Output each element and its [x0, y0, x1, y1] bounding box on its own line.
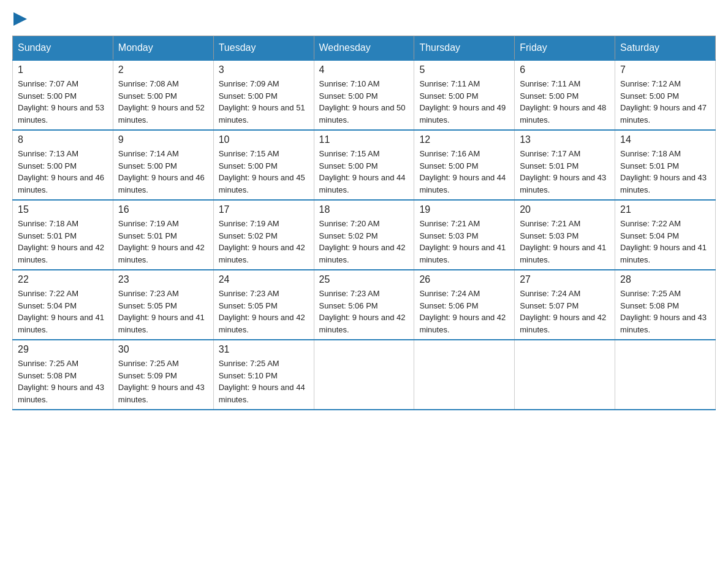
sunrise-label: Sunrise: 7:13 AM — [18, 149, 78, 158]
sunset-label: Sunset: 5:10 PM — [219, 371, 278, 380]
sunset-label: Sunset: 5:04 PM — [620, 231, 679, 240]
daylight-label: Daylight: 9 hours and 46 minutes. — [18, 173, 104, 194]
sunset-label: Sunset: 5:00 PM — [118, 91, 177, 101]
daylight-label: Daylight: 9 hours and 42 minutes. — [319, 313, 406, 334]
daylight-label: Daylight: 9 hours and 42 minutes. — [419, 313, 506, 334]
day-number: 5 — [419, 64, 509, 75]
day-info: Sunrise: 7:21 AM Sunset: 5:03 PM Dayligh… — [520, 218, 610, 266]
sunrise-label: Sunrise: 7:25 AM — [18, 359, 78, 368]
sunset-label: Sunset: 5:00 PM — [219, 91, 278, 101]
sunrise-label: Sunrise: 7:23 AM — [319, 289, 380, 298]
sunset-label: Sunset: 5:07 PM — [520, 301, 578, 310]
calendar-cell: 19 Sunrise: 7:21 AM Sunset: 5:03 PM Dayl… — [414, 200, 515, 270]
calendar-cell: 29 Sunrise: 7:25 AM Sunset: 5:08 PM Dayl… — [13, 340, 113, 410]
sunset-label: Sunset: 5:00 PM — [520, 91, 578, 101]
calendar-cell: 7 Sunrise: 7:12 AM Sunset: 5:00 PM Dayli… — [615, 60, 716, 130]
calendar-cell: 13 Sunrise: 7:17 AM Sunset: 5:01 PM Dayl… — [515, 130, 615, 200]
day-number: 22 — [18, 274, 108, 285]
daylight-label: Daylight: 9 hours and 43 minutes. — [620, 313, 707, 334]
sunset-label: Sunset: 5:02 PM — [219, 231, 278, 240]
calendar-cell: 23 Sunrise: 7:23 AM Sunset: 5:05 PM Dayl… — [113, 270, 213, 340]
day-number: 10 — [219, 134, 309, 145]
sunset-label: Sunset: 5:09 PM — [118, 371, 177, 380]
day-info: Sunrise: 7:23 AM Sunset: 5:05 PM Dayligh… — [118, 288, 208, 335]
sunrise-label: Sunrise: 7:22 AM — [18, 289, 78, 298]
calendar-cell: 20 Sunrise: 7:21 AM Sunset: 5:03 PM Dayl… — [515, 200, 615, 270]
day-info: Sunrise: 7:25 AM Sunset: 5:08 PM Dayligh… — [620, 288, 710, 335]
calendar-cell: 22 Sunrise: 7:22 AM Sunset: 5:04 PM Dayl… — [13, 270, 113, 340]
day-number: 16 — [118, 204, 208, 215]
calendar-week-row: 22 Sunrise: 7:22 AM Sunset: 5:04 PM Dayl… — [13, 270, 716, 340]
daylight-label: Daylight: 9 hours and 51 minutes. — [219, 103, 305, 124]
weekday-header-tuesday: Tuesday — [213, 36, 314, 61]
sunrise-label: Sunrise: 7:25 AM — [219, 359, 279, 368]
sunrise-label: Sunrise: 7:21 AM — [419, 219, 480, 228]
sunrise-label: Sunrise: 7:20 AM — [319, 219, 380, 228]
logo-arrow-icon — [13, 12, 27, 26]
calendar-cell: 28 Sunrise: 7:25 AM Sunset: 5:08 PM Dayl… — [615, 270, 716, 340]
sunrise-label: Sunrise: 7:10 AM — [319, 79, 380, 88]
daylight-label: Daylight: 9 hours and 53 minutes. — [18, 103, 104, 124]
day-number: 2 — [118, 64, 208, 75]
calendar-cell — [515, 340, 615, 410]
day-number: 11 — [319, 134, 409, 145]
sunrise-label: Sunrise: 7:19 AM — [118, 219, 179, 228]
sunrise-label: Sunrise: 7:11 AM — [419, 79, 480, 88]
day-info: Sunrise: 7:22 AM Sunset: 5:04 PM Dayligh… — [18, 288, 108, 335]
weekday-header-sunday: Sunday — [13, 36, 113, 61]
sunset-label: Sunset: 5:00 PM — [18, 161, 77, 170]
calendar-cell: 1 Sunrise: 7:07 AM Sunset: 5:00 PM Dayli… — [13, 60, 113, 130]
daylight-label: Daylight: 9 hours and 45 minutes. — [219, 173, 305, 194]
day-info: Sunrise: 7:16 AM Sunset: 5:00 PM Dayligh… — [419, 148, 509, 196]
sunrise-label: Sunrise: 7:15 AM — [219, 149, 279, 158]
sunset-label: Sunset: 5:05 PM — [118, 301, 177, 310]
calendar-cell: 9 Sunrise: 7:14 AM Sunset: 5:00 PM Dayli… — [113, 130, 213, 200]
daylight-label: Daylight: 9 hours and 42 minutes. — [319, 243, 406, 264]
day-info: Sunrise: 7:19 AM Sunset: 5:01 PM Dayligh… — [118, 218, 208, 266]
day-info: Sunrise: 7:20 AM Sunset: 5:02 PM Dayligh… — [319, 218, 409, 266]
sunset-label: Sunset: 5:00 PM — [319, 161, 378, 170]
day-info: Sunrise: 7:14 AM Sunset: 5:00 PM Dayligh… — [118, 148, 208, 196]
day-number: 17 — [219, 204, 309, 215]
day-info: Sunrise: 7:12 AM Sunset: 5:00 PM Dayligh… — [620, 78, 710, 126]
day-info: Sunrise: 7:18 AM Sunset: 5:01 PM Dayligh… — [18, 218, 108, 266]
daylight-label: Daylight: 9 hours and 42 minutes. — [219, 313, 305, 334]
calendar-cell — [314, 340, 414, 410]
sunrise-label: Sunrise: 7:07 AM — [18, 79, 78, 88]
sunset-label: Sunset: 5:01 PM — [118, 231, 177, 240]
day-info: Sunrise: 7:22 AM Sunset: 5:04 PM Dayligh… — [620, 218, 710, 266]
day-info: Sunrise: 7:25 AM Sunset: 5:08 PM Dayligh… — [18, 358, 108, 405]
day-number: 27 — [520, 274, 610, 285]
daylight-label: Daylight: 9 hours and 41 minutes. — [419, 243, 506, 264]
daylight-label: Daylight: 9 hours and 44 minutes. — [319, 173, 406, 194]
calendar-cell: 30 Sunrise: 7:25 AM Sunset: 5:09 PM Dayl… — [113, 340, 213, 410]
calendar-cell: 4 Sunrise: 7:10 AM Sunset: 5:00 PM Dayli… — [314, 60, 414, 130]
day-info: Sunrise: 7:09 AM Sunset: 5:00 PM Dayligh… — [219, 78, 309, 126]
weekday-header-thursday: Thursday — [414, 36, 515, 61]
calendar-cell: 16 Sunrise: 7:19 AM Sunset: 5:01 PM Dayl… — [113, 200, 213, 270]
calendar-cell: 17 Sunrise: 7:19 AM Sunset: 5:02 PM Dayl… — [213, 200, 314, 270]
day-number: 26 — [419, 274, 509, 285]
sunrise-label: Sunrise: 7:25 AM — [118, 359, 179, 368]
daylight-label: Daylight: 9 hours and 43 minutes. — [520, 173, 606, 194]
sunrise-label: Sunrise: 7:08 AM — [118, 79, 179, 88]
sunrise-label: Sunrise: 7:23 AM — [219, 289, 279, 298]
sunset-label: Sunset: 5:06 PM — [419, 301, 478, 310]
calendar-cell: 18 Sunrise: 7:20 AM Sunset: 5:02 PM Dayl… — [314, 200, 414, 270]
day-number: 29 — [18, 344, 108, 355]
sunrise-label: Sunrise: 7:24 AM — [520, 289, 580, 298]
sunrise-label: Sunrise: 7:17 AM — [520, 149, 580, 158]
daylight-label: Daylight: 9 hours and 41 minutes. — [118, 313, 205, 334]
logo — [12, 12, 27, 26]
sunset-label: Sunset: 5:00 PM — [419, 91, 478, 101]
daylight-label: Daylight: 9 hours and 47 minutes. — [620, 103, 707, 124]
weekday-header-saturday: Saturday — [615, 36, 716, 61]
day-info: Sunrise: 7:25 AM Sunset: 5:09 PM Dayligh… — [118, 358, 208, 405]
day-number: 1 — [18, 64, 108, 75]
day-info: Sunrise: 7:24 AM Sunset: 5:06 PM Dayligh… — [419, 288, 509, 335]
daylight-label: Daylight: 9 hours and 41 minutes. — [620, 243, 707, 264]
day-info: Sunrise: 7:18 AM Sunset: 5:01 PM Dayligh… — [620, 148, 710, 196]
day-number: 3 — [219, 64, 309, 75]
calendar-cell: 25 Sunrise: 7:23 AM Sunset: 5:06 PM Dayl… — [314, 270, 414, 340]
sunrise-label: Sunrise: 7:23 AM — [118, 289, 179, 298]
